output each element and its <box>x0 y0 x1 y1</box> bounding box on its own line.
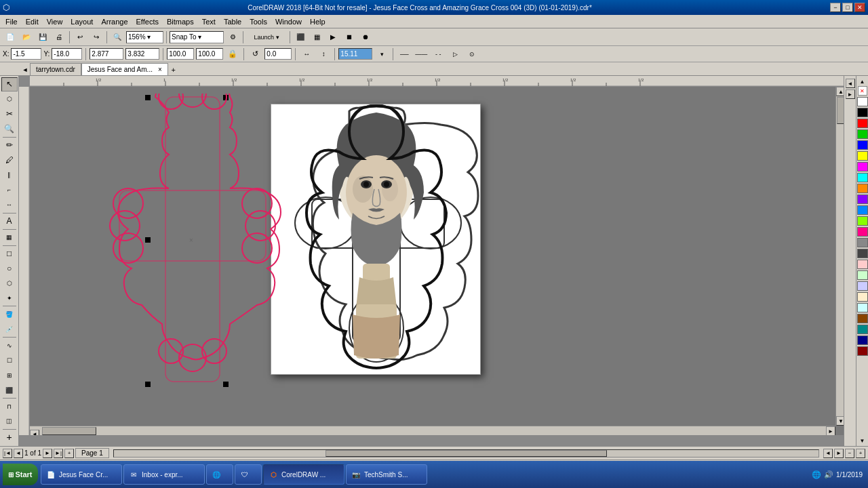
blend-tool[interactable]: ∿ <box>1 338 18 352</box>
menu-item-window[interactable]: Window <box>271 16 306 27</box>
rect-tool[interactable]: □ <box>1 246 18 260</box>
page-scroll-thumb[interactable] <box>326 450 608 457</box>
zoom-in-button[interactable]: 🔍 <box>110 30 125 44</box>
next-page-btn[interactable]: ► <box>43 449 52 458</box>
color-input[interactable] <box>338 48 372 60</box>
color-swatch-blue[interactable] <box>857 140 868 150</box>
menu-item-arrange[interactable]: Arrange <box>97 16 132 27</box>
undo-button[interactable]: ↩ <box>73 30 87 44</box>
tab-scroll-left[interactable]: ◄ <box>20 64 30 75</box>
menu-item-edit[interactable]: Edit <box>22 16 43 27</box>
close-button[interactable]: ✕ <box>854 3 865 12</box>
color-swatch-teal[interactable] <box>857 325 868 334</box>
plus-tool[interactable]: + <box>1 430 18 445</box>
color-swatch-yellow[interactable] <box>857 151 868 161</box>
menu-item-tools[interactable]: Tools <box>245 16 271 27</box>
snap-to-dropdown[interactable]: Snap To ▾ <box>170 31 224 43</box>
taskbar-coreldraw[interactable]: ⬡ CorelDRAW ... <box>263 464 344 485</box>
tab-0[interactable]: tarrytown.cdr <box>30 63 81 75</box>
drawing-surface[interactable]: × <box>30 87 845 435</box>
taskbar-techsmith[interactable]: 📷 TechSmith S... <box>346 464 427 485</box>
page-tab[interactable]: Page 1 <box>75 448 109 458</box>
h-input[interactable] <box>125 48 159 60</box>
shadow-tool[interactable]: ☐ <box>1 353 18 367</box>
freehand-tool[interactable]: ✏ <box>1 138 18 152</box>
color-swatch-white[interactable] <box>857 97 868 106</box>
page-scroll-track[interactable] <box>113 449 819 458</box>
menu-item-help[interactable]: Help <box>306 16 330 27</box>
fill-tool[interactable]: 🪣 <box>1 307 18 321</box>
right-nav-btn1[interactable]: ◄ <box>846 79 855 88</box>
menu-item-view[interactable]: View <box>43 16 67 27</box>
settings-button[interactable]: ⚙ <box>225 30 240 44</box>
star-tool[interactable]: ✦ <box>1 291 18 305</box>
zoom-tool[interactable]: 🔍 <box>1 122 18 136</box>
line-style1[interactable]: ── <box>397 47 412 61</box>
last-page-btn[interactable]: ►| <box>54 449 63 458</box>
color-swatch-darkgray[interactable] <box>857 249 868 258</box>
color-swatch-black[interactable] <box>857 108 868 117</box>
line-style3[interactable]: - - <box>431 47 446 61</box>
ellipse-tool[interactable]: ○ <box>1 261 18 275</box>
play-button[interactable]: ▶ <box>326 30 340 44</box>
add-page-btn[interactable]: + <box>64 449 74 458</box>
tab-1[interactable]: Jesus Face and Am...× <box>81 63 168 75</box>
color-swatch-navy[interactable] <box>857 336 868 345</box>
align-button[interactable]: ⬛ <box>293 30 308 44</box>
line-end-button[interactable]: ▷ <box>448 47 462 61</box>
mirror-v-button[interactable]: ↕ <box>316 47 331 61</box>
taskbar-shield[interactable]: 🛡 <box>235 464 262 485</box>
zoom-out-small-btn[interactable]: − <box>845 449 854 458</box>
color-swatch-maroon[interactable] <box>857 346 868 356</box>
color-swatch-pink[interactable] <box>857 227 868 237</box>
horizontal-scrollbar[interactable]: ◄ ► <box>30 426 835 435</box>
hscroll-left[interactable]: ◄ <box>30 430 39 436</box>
pen-tool[interactable]: 🖊 <box>1 153 18 167</box>
line-style2[interactable]: —— <box>414 47 429 61</box>
x-input[interactable] <box>11 48 41 60</box>
color-swatch-green[interactable] <box>857 129 868 139</box>
distribute-button[interactable]: ▦ <box>309 30 324 44</box>
color-swatch-orange[interactable] <box>857 184 868 193</box>
pct1-input[interactable] <box>167 48 194 60</box>
eyedropper-tool[interactable]: 💉 <box>1 322 18 336</box>
open-button[interactable]: 📂 <box>19 30 34 44</box>
extrude-tool[interactable]: ⬛ <box>1 383 18 397</box>
stop-button[interactable]: ⏹ <box>342 30 357 44</box>
color-swatch-sky[interactable] <box>857 205 868 215</box>
line-extra-button[interactable]: ⊙ <box>465 47 479 61</box>
hscroll-thumb[interactable] <box>42 427 96 435</box>
smear-tool[interactable]: ⊓ <box>1 399 18 413</box>
menu-item-file[interactable]: File <box>1 16 22 27</box>
select-tool[interactable]: ↖ <box>1 77 18 92</box>
envelope-tool[interactable]: ⊞ <box>1 368 18 382</box>
scroll-right-btn[interactable]: ► <box>834 449 844 458</box>
color-swatch-lightgreen[interactable] <box>857 270 868 280</box>
color-swatch-gray[interactable] <box>857 238 868 247</box>
y-input[interactable] <box>52 48 82 60</box>
menu-item-table[interactable]: Table <box>220 16 245 27</box>
tab-close-1[interactable]: × <box>158 66 162 73</box>
zoom-dropdown[interactable]: 156% ▾ <box>126 31 163 43</box>
lock-ratio-button[interactable]: 🔒 <box>225 47 240 61</box>
first-page-btn[interactable]: |◄ <box>3 449 12 458</box>
prev-page-btn[interactable]: ◄ <box>14 449 23 458</box>
right-nav-btn2[interactable]: ► <box>846 89 855 99</box>
pct2-input[interactable] <box>196 48 223 60</box>
mirror-h-button[interactable]: ↔ <box>299 47 314 61</box>
print-button[interactable]: 🖨 <box>52 30 66 44</box>
hscroll-right[interactable]: ► <box>826 426 835 435</box>
record-button[interactable]: ⏺ <box>358 30 373 44</box>
crop-tool[interactable]: ✂ <box>1 107 18 121</box>
start-button[interactable]: ⊞ Start <box>3 464 38 485</box>
menu-item-layout[interactable]: Layout <box>66 16 97 27</box>
palette-scroll-down[interactable]: ▼ <box>858 436 867 445</box>
parallel-tool[interactable]: ∥ <box>1 168 18 182</box>
dimension-tool[interactable]: ↔ <box>1 198 18 212</box>
taskbar-jesus-face[interactable]: 📄 Jesus Face Cr... <box>41 464 122 485</box>
maximize-button[interactable]: □ <box>842 3 853 12</box>
color-swatch-peach[interactable] <box>857 292 868 302</box>
scroll-left-btn[interactable]: ◄ <box>823 449 833 458</box>
color-swatch-lightpink[interactable] <box>857 260 868 269</box>
color-swatch-magenta[interactable] <box>857 162 868 171</box>
